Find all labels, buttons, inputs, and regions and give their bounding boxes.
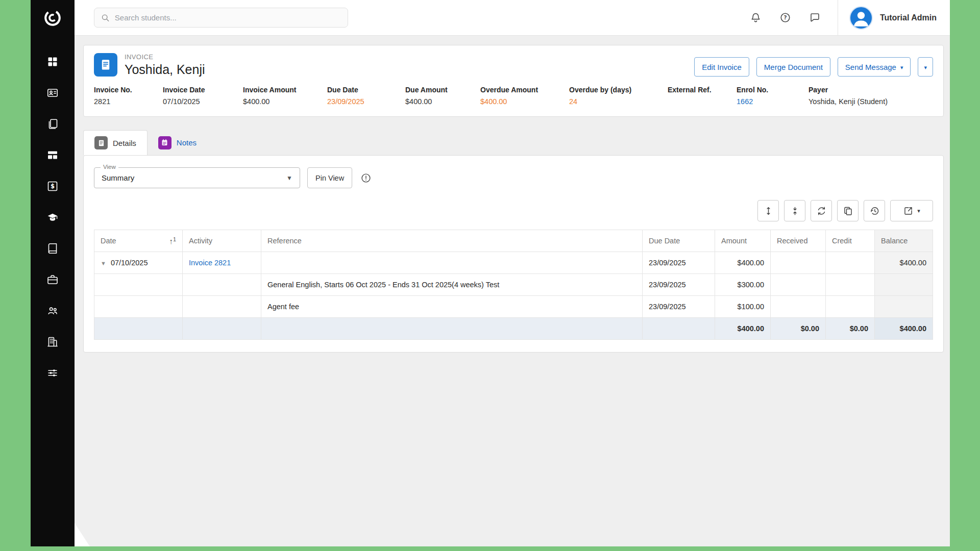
table-toolbar: ▾: [94, 200, 933, 221]
tab-notes-label: Notes: [177, 138, 197, 147]
sliders-icon: [46, 367, 59, 379]
export-icon: [903, 206, 914, 216]
chevron-down-icon: ▼: [286, 174, 292, 182]
row-due-date: 23/09/2025: [643, 296, 715, 318]
sidebar-item-services[interactable]: [46, 273, 59, 286]
field-payer: Payer Yoshida, Kenji (Student): [808, 86, 888, 106]
view-select[interactable]: View Summary ▼: [94, 167, 300, 188]
field-invoice-amount: Invoice Amount $400.00: [243, 86, 327, 106]
column-header-due-date[interactable]: Due Date: [643, 230, 715, 252]
corner-wedge-shape: [75, 523, 90, 546]
topbar-divider: [838, 0, 838, 36]
sidebar-item-organisation[interactable]: [46, 335, 59, 348]
app-logo[interactable]: [31, 0, 75, 36]
invoice-kicker: INVOICE: [125, 53, 205, 61]
notes-icon: [158, 136, 172, 149]
collapse-rows-icon: [790, 206, 800, 216]
view-select-value: Summary: [102, 173, 134, 182]
tab-bar: Details Notes: [83, 130, 944, 155]
total-amount: $400.00: [715, 318, 771, 340]
field-invoice-date: Invoice Date 07/10/2025: [163, 86, 243, 106]
table-totals-row: $400.00 $0.00 $0.00 $400.00: [94, 318, 933, 340]
people-icon: [46, 305, 59, 317]
notifications-button[interactable]: [746, 8, 766, 28]
tab-details-label: Details: [113, 139, 136, 147]
send-message-button[interactable]: Send Message▾: [838, 57, 911, 77]
chevron-down-icon: ▾: [917, 208, 920, 214]
sort-indicator: ↑1: [169, 237, 176, 245]
expand-rows-button[interactable]: [757, 200, 779, 221]
sidebar-item-settings[interactable]: [46, 366, 59, 380]
export-button[interactable]: ▾: [890, 200, 933, 221]
search-box[interactable]: [94, 8, 348, 28]
line-item-reference: General English, Starts 06 Oct 2025 - En…: [261, 274, 643, 296]
copy-button[interactable]: [837, 200, 859, 221]
sidebar-item-invoices[interactable]: $: [46, 180, 59, 193]
app-window: $: [31, 0, 950, 546]
copy-icon: [843, 206, 853, 216]
line-item-reference: Agent fee: [261, 296, 643, 318]
help-icon: ?: [779, 12, 791, 23]
person-icon: [850, 7, 872, 29]
total-received: $0.00: [771, 318, 826, 340]
search-input[interactable]: [115, 13, 341, 22]
column-header-credit[interactable]: Credit: [826, 230, 875, 252]
sidebar-item-agents[interactable]: [46, 304, 59, 317]
tab-details[interactable]: Details: [83, 130, 148, 155]
sidebar-item-boards[interactable]: [46, 148, 59, 162]
sidebar-item-dashboard[interactable]: [46, 55, 59, 68]
briefcase-icon: [46, 273, 59, 286]
field-overdue-days: Overdue by (days) 24: [569, 86, 668, 106]
id-card-icon: [46, 87, 59, 99]
more-actions-button[interactable]: ▾: [918, 57, 933, 77]
table-icon: [46, 149, 59, 161]
invoice-lines-table: Date ↑1 Activity Reference Due Date Amou…: [94, 230, 933, 340]
column-header-reference[interactable]: Reference: [261, 230, 643, 252]
sidebar-item-students[interactable]: [46, 86, 59, 99]
table-row-line-item: Agent fee 23/09/2025 $100.00: [94, 296, 933, 318]
sidebar: $: [31, 0, 75, 546]
column-header-activity[interactable]: Activity: [183, 230, 261, 252]
sidebar-item-classes[interactable]: [46, 242, 59, 255]
field-enrol-no: Enrol No. 1662: [737, 86, 808, 106]
refresh-button[interactable]: [811, 200, 832, 221]
row-expand-caret-icon[interactable]: ▼: [101, 260, 106, 266]
row-due-date: 23/09/2025: [643, 252, 715, 274]
invoice-doc-icon: [94, 53, 117, 77]
merge-document-button[interactable]: Merge Document: [756, 57, 830, 77]
user-avatar[interactable]: [849, 6, 873, 30]
column-header-balance[interactable]: Balance: [875, 230, 933, 252]
column-header-date[interactable]: Date ↑1: [94, 230, 183, 252]
pin-view-button[interactable]: Pin View: [307, 167, 352, 188]
help-button[interactable]: ?: [775, 8, 796, 28]
building-icon: [46, 336, 59, 348]
sidebar-item-documents[interactable]: [46, 117, 59, 131]
enrol-no-link[interactable]: 1662: [737, 97, 808, 106]
column-header-received[interactable]: Received: [771, 230, 826, 252]
field-due-amount: Due Amount $400.00: [405, 86, 480, 106]
field-external-ref: External Ref.: [668, 86, 737, 106]
main-content: INVOICE Yoshida, Kenji Edit Invoice Merg…: [75, 36, 950, 546]
info-icon: [360, 172, 372, 184]
topbar-right: ? Tutorial Admin: [746, 0, 950, 35]
dashboard-grid-icon: [46, 56, 59, 68]
row-date: 07/10/2025: [111, 259, 148, 267]
sidebar-item-courses[interactable]: [46, 211, 59, 224]
search-icon: [101, 13, 110, 23]
sidebar-nav: $: [31, 36, 75, 380]
chat-button[interactable]: [805, 8, 825, 28]
invoice-link[interactable]: Invoice 2821: [189, 259, 231, 267]
collapse-rows-button[interactable]: [784, 200, 805, 221]
field-due-date: Due Date 23/09/2025: [327, 86, 405, 106]
chevron-down-icon: ▾: [900, 64, 903, 71]
user-name: Tutorial Admin: [880, 13, 937, 22]
table-row-invoice: ▼07/10/2025 Invoice 2821 23/09/2025 $400…: [94, 252, 933, 274]
refresh-icon: [816, 206, 827, 216]
info-button[interactable]: [360, 172, 372, 184]
history-button[interactable]: [864, 200, 885, 221]
dollar-invoice-icon: $: [46, 180, 59, 192]
column-header-amount[interactable]: Amount: [715, 230, 771, 252]
tab-notes[interactable]: Notes: [148, 130, 207, 155]
edit-invoice-button[interactable]: Edit Invoice: [694, 57, 749, 77]
history-icon: [869, 206, 880, 216]
